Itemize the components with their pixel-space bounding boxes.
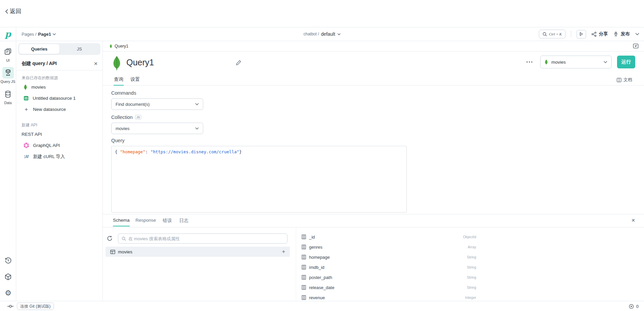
share-button[interactable]: 分享 (591, 31, 608, 37)
section-existing-datasources: 来自已存在的数据源 (22, 75, 102, 81)
nav-item-query-js[interactable]: Query JS (0, 67, 16, 84)
new-datasource-button[interactable]: + New datasource (16, 104, 102, 115)
query-title: Query1 (126, 58, 154, 67)
app-env-switcher[interactable]: chatbot / default (303, 27, 340, 41)
field-name: _id (309, 235, 315, 240)
field-row[interactable]: _id ObjectId (302, 232, 476, 242)
collapse-panel-icon[interactable] (633, 43, 639, 49)
tab-logs[interactable]: 日志 (179, 218, 188, 224)
schema-search[interactable] (118, 234, 287, 244)
share-label: 分享 (599, 31, 608, 37)
tab-settings[interactable]: 设置 (130, 76, 140, 83)
tab-queries[interactable]: Queries (19, 44, 59, 54)
close-icon[interactable]: ✕ (631, 218, 635, 223)
commands-label: Commands (111, 90, 136, 96)
collection-value: movies (116, 126, 129, 131)
schema-search-input[interactable] (128, 236, 284, 241)
field-row[interactable]: homepage String (302, 252, 476, 262)
rest-api-item[interactable]: REST API (16, 129, 102, 140)
datasource-name: movies (31, 85, 46, 90)
commands-value: Find document(s) (116, 102, 150, 107)
package-cube-icon[interactable] (4, 273, 12, 281)
code-token-key: "homepage" (120, 149, 145, 154)
docs-link[interactable]: 文档 (617, 77, 632, 83)
tab-schema[interactable]: Schema (113, 218, 130, 223)
field-row[interactable]: revenue Integer (302, 292, 476, 301)
collection-label: CollectionJS (111, 115, 141, 120)
run-button[interactable]: 运行 (617, 56, 635, 68)
header-bar: p Pages / Page1 chatbot / default Ctrl +… (0, 27, 644, 41)
code-token: { (115, 149, 120, 154)
graphql-api-item[interactable]: GraphQL API (16, 140, 102, 151)
breadcrumb-page: Page1 (38, 32, 51, 37)
nav-label-data: Data (4, 101, 11, 105)
field-row[interactable]: imdb_id String (302, 262, 476, 272)
nav-item-data[interactable]: Data (0, 88, 16, 105)
nav-label-query-js: Query JS (1, 80, 16, 84)
error-counter[interactable]: 0 (629, 301, 639, 311)
app-env: default (321, 31, 335, 37)
graphql-icon (24, 143, 29, 148)
publish-button[interactable]: 发布 (613, 31, 630, 37)
chevron-down-icon[interactable] (635, 33, 639, 35)
nav-item-ui[interactable]: UI (0, 46, 16, 62)
search-icon (543, 32, 547, 36)
mongodb-leaf-icon (112, 56, 121, 71)
refresh-icon[interactable] (107, 236, 113, 241)
share-icon (591, 32, 596, 37)
tab-js[interactable]: JS (59, 44, 99, 54)
field-row[interactable]: poster_path String (302, 272, 476, 282)
chevron-down-icon (195, 127, 199, 130)
queries-panel: Queries JS 创建 query / API ✕ 来自已存在的数据源 mo… (16, 41, 103, 301)
more-options-icon[interactable] (526, 61, 533, 63)
pages-icon (4, 48, 12, 56)
datasource-item-untitled[interactable]: Untitled datasource 1 (16, 93, 102, 104)
global-search[interactable]: Ctrl + K (539, 30, 565, 38)
queries-panel-tabs: Queries JS (18, 43, 100, 55)
datasource-select[interactable]: movies (540, 56, 612, 68)
close-icon[interactable]: ✕ (94, 61, 98, 66)
history-icon[interactable] (4, 256, 12, 265)
collection-select[interactable]: movies (111, 123, 203, 134)
chevron-down-icon (53, 33, 56, 35)
schema-table-row[interactable]: movies + (105, 247, 290, 257)
query-code-editor[interactable]: { "homepage": "https://movies.disney.com… (111, 146, 407, 213)
field-name: homepage (309, 255, 330, 260)
search-shortcut: Ctrl + K (549, 32, 562, 36)
field-name: poster_path (309, 275, 332, 280)
search-icon (122, 237, 126, 241)
column-icon (302, 235, 306, 239)
back-button[interactable]: 返回 (5, 7, 21, 15)
tab-errors[interactable]: 错误 (163, 218, 172, 224)
add-icon[interactable]: + (282, 249, 285, 255)
field-row[interactable]: release_date String (302, 282, 476, 292)
field-row[interactable]: genres Array (302, 242, 476, 252)
schema-table-name: movies (118, 249, 132, 254)
app-logo[interactable]: p (0, 27, 16, 41)
column-icon (302, 285, 306, 290)
schema-fields-list: _id ObjectId genres Array homepage Strin… (302, 227, 476, 301)
settings-gear-icon[interactable]: ⚙ (5, 289, 11, 297)
column-icon (302, 275, 306, 280)
mongodb-leaf-icon (545, 59, 548, 65)
code-token-string: "https://movies.disney.com/cruella" (150, 149, 239, 154)
datasource-item-movies[interactable]: movies (16, 82, 102, 93)
chevron-down-icon (337, 33, 341, 35)
chevron-down-icon (195, 103, 199, 105)
field-type: String (467, 285, 476, 289)
preview-button[interactable] (577, 30, 586, 38)
tab-query[interactable]: 查询 (114, 76, 123, 83)
commands-select[interactable]: Find document(s) (111, 98, 203, 110)
connect-git-button[interactable]: 连接 Git (测试版) (17, 303, 54, 310)
curl-import-item[interactable]: :// 新建 cURL 导入 (16, 151, 102, 162)
docs-label: 文档 (623, 77, 632, 83)
error-circle-icon (629, 304, 634, 309)
tab-response[interactable]: Response (135, 218, 156, 223)
field-type: Array (468, 245, 476, 249)
database-icon (4, 90, 12, 98)
column-icon (302, 295, 306, 300)
open-query-tab[interactable]: Query1 (103, 41, 135, 51)
breadcrumb[interactable]: Pages / Page1 (22, 27, 56, 41)
column-icon (302, 255, 306, 259)
edit-pencil-icon[interactable] (236, 60, 241, 65)
